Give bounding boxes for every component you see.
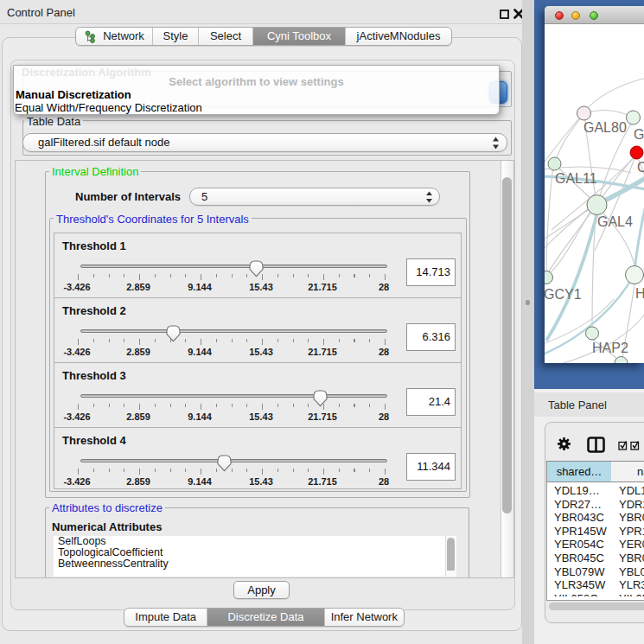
svg-text:HIS: HIS: [635, 286, 644, 301]
svg-text:CYB: CYB: [637, 160, 644, 175]
svg-text:GAL3: GAL3: [634, 127, 644, 142]
svg-text:GAL11: GAL11: [555, 171, 597, 186]
svg-text:GAL80: GAL80: [583, 120, 627, 135]
svg-text:GAL4: GAL4: [597, 214, 633, 229]
svg-text:HAP2: HAP2: [592, 341, 628, 355]
svg-text:GCY1: GCY1: [545, 287, 582, 302]
